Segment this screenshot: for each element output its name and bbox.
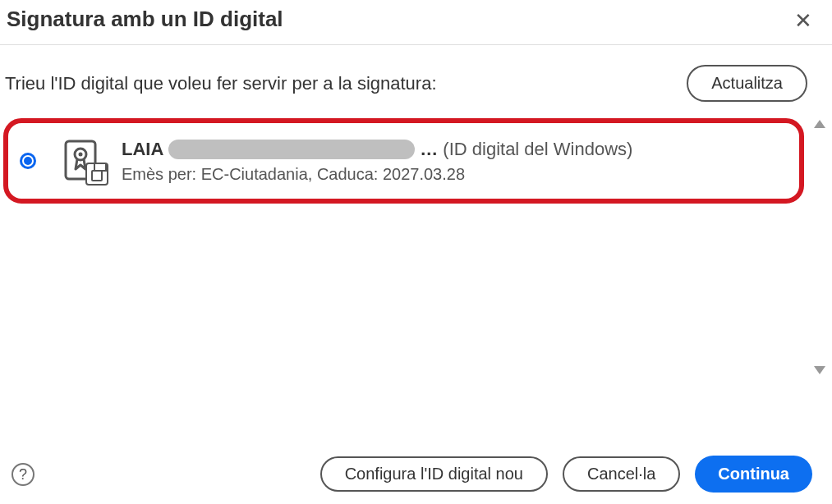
continue-button[interactable]: Continua [695, 456, 812, 493]
refresh-button[interactable]: Actualitza [687, 65, 807, 102]
ellipsis: … [420, 139, 438, 160]
configure-new-id-button[interactable]: Configura l'ID digital nou [320, 456, 548, 492]
certificate-item[interactable]: LAIA … (ID digital del Windows) Emès per… [3, 118, 804, 204]
redacted-block [168, 140, 415, 159]
close-icon: ✕ [794, 8, 812, 33]
close-button[interactable]: ✕ [788, 7, 819, 34]
dialog-title: Signatura amb un ID digital [7, 7, 283, 32]
svg-point-2 [79, 153, 83, 157]
help-button[interactable]: ? [11, 463, 34, 486]
scroll-down-icon[interactable] [814, 366, 825, 374]
certificate-name: LAIA [122, 139, 163, 160]
disk-icon [85, 163, 108, 186]
certificate-type: (ID digital del Windows) [443, 139, 632, 160]
radio-dot-icon [24, 157, 32, 165]
certificate-list: LAIA … (ID digital del Windows) Emès per… [3, 118, 827, 381]
scrollbar[interactable] [812, 120, 827, 374]
cancel-button[interactable]: Cancel·la [563, 456, 680, 492]
radio-selected[interactable] [20, 153, 36, 169]
certificate-issuer-expiry: Emès per: EC-Ciutadania, Caduca: 2027.03… [122, 165, 783, 184]
scroll-up-icon[interactable] [814, 120, 825, 128]
certificate-icon [61, 138, 107, 184]
instruction-text: Trieu l'ID digital que voleu fer servir … [5, 73, 437, 94]
